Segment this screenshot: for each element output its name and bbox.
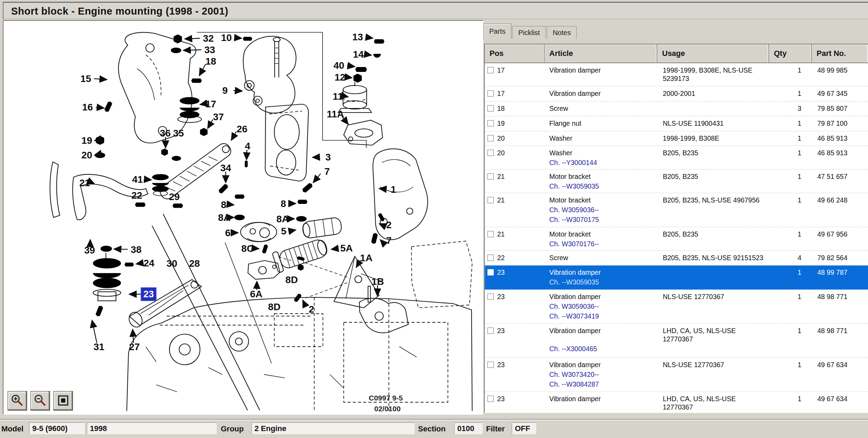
diagram-callout-26[interactable]: 26 bbox=[236, 124, 247, 134]
diagram-callout-8A[interactable]: 8A bbox=[276, 214, 289, 224]
diagram-callout-1[interactable]: 1 bbox=[391, 184, 396, 195]
table-row[interactable]: 23Vibration damperLHD, CA, US, NLS-USE 1… bbox=[485, 392, 868, 412]
row-checkbox[interactable] bbox=[487, 197, 494, 203]
chassis-range-link[interactable]: Ch. --Y3000144 bbox=[549, 158, 657, 167]
diagram-callout-14[interactable]: 14 bbox=[353, 49, 364, 60]
diagram-callout-40[interactable]: 40 bbox=[333, 60, 344, 71]
table-row[interactable]: 19Flange nutNLS-USE 11900431179 87 100 bbox=[485, 116, 868, 131]
column-header-usage[interactable]: Usage bbox=[657, 44, 769, 63]
column-header-qty[interactable]: Qty bbox=[769, 44, 812, 63]
table-row[interactable]: 23Vibration damperCh. --W3059035148 99 7… bbox=[485, 265, 868, 290]
diagram-callout-41[interactable]: 41 bbox=[132, 174, 143, 185]
fit-view-button[interactable] bbox=[53, 391, 73, 411]
diagram-callout-2[interactable]: 2 bbox=[386, 220, 392, 230]
table-row[interactable]: 23Vibration damperCh. --X3000465LHD, CA,… bbox=[485, 324, 868, 358]
diagram-callout-5[interactable]: 5 bbox=[281, 226, 286, 237]
column-header-pos[interactable]: Pos bbox=[485, 44, 544, 63]
diagram-callout-30[interactable]: 30 bbox=[166, 258, 177, 269]
year-field[interactable]: 1998 bbox=[87, 422, 217, 434]
diagram-callout-34[interactable]: 34 bbox=[220, 163, 231, 173]
chassis-range-link[interactable]: Ch. W3073420-- bbox=[549, 370, 657, 379]
diagram-callout-11A[interactable]: 11A bbox=[327, 109, 344, 119]
diagram-callout-13[interactable]: 13 bbox=[352, 32, 363, 42]
diagram-callout-8[interactable]: 8 bbox=[221, 199, 226, 210]
diagram-callout-8D[interactable]: 8D bbox=[285, 274, 298, 285]
filter-field[interactable]: OFF bbox=[512, 422, 536, 434]
diagram-callout-8A[interactable]: 8A bbox=[218, 212, 231, 223]
chassis-range-link[interactable]: Ch. --W3073419 bbox=[549, 312, 657, 320]
row-checkbox[interactable] bbox=[487, 135, 494, 141]
diagram-callout-27[interactable]: 27 bbox=[129, 341, 140, 352]
diagram-callout-6A[interactable]: 6A bbox=[250, 289, 262, 299]
group-field[interactable]: 2 Engine bbox=[251, 422, 415, 434]
table-row[interactable]: 20Washer1998-1999, B308E146 85 913 bbox=[485, 131, 868, 146]
chassis-range-link[interactable]: Ch. --W3059035 bbox=[549, 278, 657, 286]
diagram-callout-7[interactable]: 7 bbox=[324, 166, 330, 177]
row-checkbox[interactable] bbox=[487, 150, 494, 156]
diagram-callout-11[interactable]: 11 bbox=[333, 91, 343, 102]
diagram-callout-17[interactable]: 17 bbox=[205, 99, 216, 109]
table-row[interactable]: 21Motor bracketCh. W3070176--B205, B2351… bbox=[485, 227, 868, 251]
diagram-callout-8[interactable]: 8 bbox=[281, 198, 286, 209]
diagram-callout-7[interactable]: 7 bbox=[386, 235, 392, 246]
diagram-callout-37[interactable]: 37 bbox=[213, 111, 224, 122]
diagram-callout-2[interactable]: 2 bbox=[309, 304, 314, 315]
diagram-callout-8D[interactable]: 8D bbox=[268, 301, 281, 312]
table-row[interactable]: 21Motor bracketCh. W3059036--Ch. --W3070… bbox=[485, 193, 868, 227]
row-checkbox[interactable] bbox=[487, 255, 494, 261]
table-row[interactable]: 20WasherCh. --Y3000144B205, B235146 85 9… bbox=[485, 146, 868, 170]
row-checkbox[interactable] bbox=[487, 396, 494, 402]
row-checkbox[interactable] bbox=[487, 269, 494, 275]
diagram-callout-24[interactable]: 24 bbox=[143, 258, 155, 268]
model-field[interactable]: 9-5 (9600) bbox=[29, 422, 85, 434]
tab-notes[interactable]: Notes bbox=[547, 26, 577, 39]
row-checkbox[interactable] bbox=[487, 120, 494, 126]
row-checkbox[interactable] bbox=[487, 173, 494, 180]
row-checkbox[interactable] bbox=[487, 67, 494, 73]
tab-parts[interactable]: Parts bbox=[483, 24, 511, 39]
diagram-callout-38[interactable]: 38 bbox=[131, 244, 141, 255]
diagram-callout-18[interactable]: 18 bbox=[205, 56, 216, 67]
row-checkbox[interactable] bbox=[487, 328, 494, 334]
diagram-callout-16[interactable]: 16 bbox=[82, 102, 93, 113]
diagram-callout-4[interactable]: 4 bbox=[245, 141, 250, 151]
chassis-range-link[interactable]: Ch. --X3000465 bbox=[549, 345, 657, 353]
diagram-callout-28[interactable]: 28 bbox=[189, 258, 200, 269]
diagram-callout-3[interactable]: 3 bbox=[325, 152, 331, 163]
diagram-callout-1A[interactable]: 1A bbox=[360, 253, 373, 263]
diagram-callout-36[interactable]: 36 bbox=[160, 128, 170, 139]
row-checkbox[interactable] bbox=[487, 362, 494, 368]
diagram-callout-35[interactable]: 35 bbox=[173, 128, 184, 139]
tab-picklist[interactable]: Picklist bbox=[512, 26, 546, 39]
diagram-callout-22[interactable]: 22 bbox=[131, 190, 142, 201]
diagram-callout-5A[interactable]: 5A bbox=[340, 243, 353, 254]
row-checkbox[interactable] bbox=[487, 105, 494, 111]
table-row[interactable]: 21Motor bracketCh. --W3059035B205, B2351… bbox=[485, 170, 868, 193]
diagram-callout-21[interactable]: 21 bbox=[79, 177, 90, 188]
column-header-article[interactable]: Article bbox=[544, 44, 657, 63]
diagram-callout-6[interactable]: 6 bbox=[225, 228, 231, 238]
chassis-range-link[interactable]: Ch. --W3059035 bbox=[549, 182, 657, 190]
row-checkbox[interactable] bbox=[487, 90, 494, 97]
diagram-callout-39[interactable]: 39 bbox=[84, 245, 95, 256]
table-row[interactable]: 23Vibration damperCh. W3073420--Ch. --W3… bbox=[485, 358, 868, 392]
diagram-callout-15[interactable]: 15 bbox=[80, 73, 91, 84]
table-row[interactable]: 17Vibration damper2000-2001149 67 345 bbox=[485, 86, 868, 101]
diagram-callout-29[interactable]: 29 bbox=[169, 191, 180, 202]
chassis-range-link[interactable]: Ch. --W3084287 bbox=[549, 380, 657, 388]
diagram-callout-8C[interactable]: 8C bbox=[241, 243, 254, 254]
column-header-partno[interactable]: Part No. bbox=[812, 44, 868, 63]
chassis-range-link[interactable]: Ch. W3070176-- bbox=[549, 240, 657, 248]
diagram-callout-20[interactable]: 20 bbox=[81, 150, 92, 160]
table-row[interactable]: 23Vibration damperCh. W3059036--Ch. --W3… bbox=[485, 290, 868, 324]
section-field[interactable]: 0100 bbox=[454, 422, 483, 434]
row-checkbox[interactable] bbox=[487, 231, 494, 237]
diagram-callout-19[interactable]: 19 bbox=[81, 135, 92, 146]
table-row[interactable]: 22ScrewB205, B235, NLS-USE 92151523479 8… bbox=[485, 251, 868, 265]
table-row[interactable]: 17Vibration damper1998-1999, B308E, NLS-… bbox=[485, 63, 868, 86]
zoom-in-button[interactable] bbox=[8, 391, 27, 411]
row-checkbox[interactable] bbox=[487, 294, 494, 300]
diagram-callout-32[interactable]: 32 bbox=[203, 33, 214, 44]
diagram-callout-1B[interactable]: 1B bbox=[372, 276, 384, 287]
diagram-callout-31[interactable]: 31 bbox=[93, 341, 104, 352]
